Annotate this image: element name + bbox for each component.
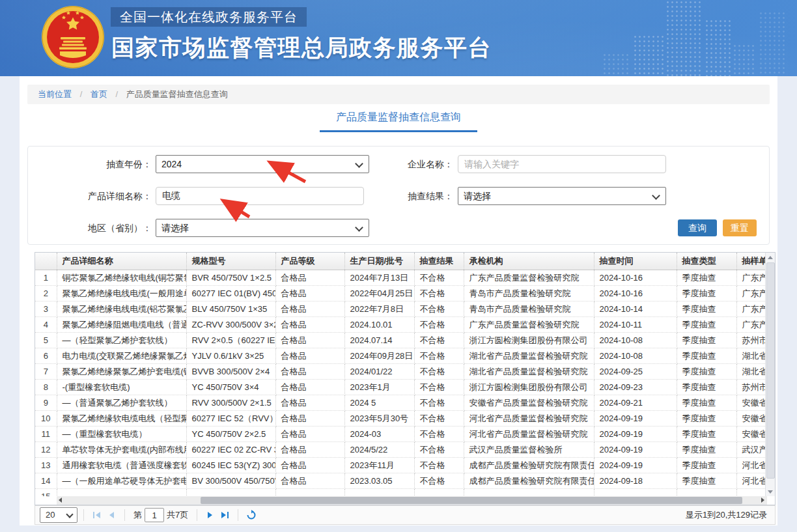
column-header-spec-model[interactable]: 规格型号	[186, 253, 275, 270]
table-row[interactable]: 9 —（普通聚氯乙烯护套软线） RVV 300/500V 2×1.5（6 合格品…	[35, 395, 766, 411]
divider	[197, 509, 197, 521]
region-select[interactable]: 请选择	[156, 219, 369, 237]
table-row[interactable]: 6 电力电缆(交联聚乙烯绝缘聚氯乙烯护 YJLV 0.6/1kV 3×25 合格…	[35, 348, 766, 364]
vertical-scrollbar[interactable]	[765, 253, 775, 496]
cell-inspection-time: 2024-09-19	[594, 427, 677, 442]
page-number-input[interactable]	[145, 508, 164, 522]
table-row[interactable]: 2 聚氯乙烯绝缘电线电缆(一般用途单芯 60277 IEC 01(BV) 450…	[35, 286, 766, 301]
triangle-left-icon	[59, 497, 62, 503]
national-emblem-logo	[40, 5, 105, 70]
cell-inspection-result: 不合格	[414, 301, 464, 317]
cell-testing-agency: 青岛市产品质量检验研究院	[464, 301, 594, 317]
table-row[interactable]: 14 —（一般用途单芯硬导体无护套电缆） BV 300/500V 450/750…	[35, 473, 766, 489]
breadcrumb-home-link[interactable]: 首页	[91, 89, 107, 99]
year-select[interactable]: 2024	[156, 155, 369, 173]
row-number: 4	[35, 317, 57, 333]
cell-production-date: 2023.03.05	[344, 473, 414, 489]
column-header-sampling-unit[interactable]: 抽样单位	[736, 253, 766, 270]
table-row[interactable]: 11 —（重型橡套软电缆） YC 450/750V 2×2.5 合格品 2024…	[35, 427, 766, 442]
first-page-button[interactable]	[90, 508, 104, 522]
tab-product-quality-query[interactable]: 产品质量监督抽查信息查询	[331, 111, 466, 132]
table-row[interactable]: 12 单芯软导体无护套电缆(内部布线用导 60227 IEC 02 ZC-RV …	[35, 442, 766, 458]
cell-inspection-result: 不合格	[414, 364, 464, 380]
building-silhouette	[665, 0, 702, 76]
cell-testing-agency: 浙江方圆检测集团股份有限公司	[464, 380, 594, 395]
cell-spec-model: YJLV 0.6/1kV 3×25	[186, 348, 275, 364]
cell-spec-model: RVV 300/500V 2×1.5（6	[186, 395, 275, 411]
scroll-down-button[interactable]	[766, 487, 775, 496]
refresh-icon	[246, 510, 257, 520]
last-page-button[interactable]	[217, 508, 232, 522]
column-header-inspection-result[interactable]: 抽查结果	[414, 253, 464, 270]
cell-production-date: 2023年11月	[344, 458, 414, 473]
cell-testing-agency	[464, 489, 594, 497]
cell-inspection-type: 季度抽查	[677, 442, 736, 458]
row-number: 11	[35, 427, 57, 442]
search-button[interactable]: 查询	[678, 219, 717, 236]
building-silhouette	[602, 53, 631, 76]
result-select[interactable]: 请选择	[458, 187, 666, 205]
refresh-button[interactable]	[244, 508, 259, 522]
result-select-value: 请选择	[464, 191, 491, 201]
horizontal-scrollbar-thumb[interactable]	[201, 497, 742, 504]
scroll-left-button[interactable]	[57, 496, 65, 505]
region-label: 地区（省别）：	[28, 219, 152, 237]
cell-inspection-time: 2024-10-08	[594, 333, 677, 348]
scroll-up-button[interactable]	[766, 253, 775, 262]
cell-inspection-time: 2024-09-21	[594, 395, 677, 411]
cell-product-name: 聚氯乙烯绝缘聚氯乙烯护套电缆(铜芯	[57, 364, 186, 380]
table-row[interactable]: 4 聚氯乙烯绝缘阻燃电缆电线（普通聚氯 ZC-RVV 300/500V 3×2.…	[35, 317, 766, 333]
cell-inspection-time: 2024-09-19	[594, 442, 677, 458]
cell-testing-agency: 浙江方圆检测集团股份有限公司	[464, 333, 594, 348]
cell-sampling-unit: 河北省产	[736, 473, 766, 489]
cell-testing-agency: 青岛市产品质量检验研究院	[464, 286, 594, 301]
table-row[interactable]: 1 铜芯聚氯乙烯绝缘软电线(铜芯聚氯乙烯 BVR 450/750V 1×2.5 …	[35, 270, 766, 286]
platform-subtitle: 全国一体化在线政务服务平台	[120, 10, 298, 24]
reset-button[interactable]: 重置	[723, 219, 757, 236]
column-header-inspection-type[interactable]: 抽查类型	[677, 253, 736, 270]
cell-inspection-type: 季度抽查	[677, 348, 736, 364]
page-size-value: 20	[46, 510, 55, 520]
previous-page-button[interactable]	[104, 508, 119, 522]
table-row[interactable]: 3 聚氯乙烯绝缘电线电缆(铝芯聚氯乙烯 BLV 450/750V 1×35 合格…	[35, 301, 766, 317]
next-page-button[interactable]	[203, 508, 217, 522]
column-header-testing-agency[interactable]: 承检机构	[464, 253, 594, 270]
cell-product-grade: 合格品	[275, 427, 344, 442]
query-form: 抽查年份： 2024 企业名称： 产品详细名称： 抽查结果： 请选择 地区（省别…	[27, 146, 770, 245]
cell-production-date: 2024.07.14	[344, 333, 414, 348]
first-page-icon	[92, 510, 102, 520]
cell-sampling-unit: 湖北省产	[736, 348, 766, 364]
row-number: 3	[35, 301, 57, 317]
table-row[interactable]: 5 —（轻型聚氯乙烯护套软线） RVV 2×0.5（60227 IEC 5 合格…	[35, 333, 766, 348]
vertical-scrollbar-thumb[interactable]	[766, 262, 775, 479]
cell-inspection-type: 季度抽查	[677, 411, 736, 427]
cell-spec-model: BVVB 300/500V 2×4	[186, 364, 275, 380]
scroll-right-button[interactable]	[759, 496, 767, 505]
cell-inspection-result: 不合格	[414, 458, 464, 473]
cell-testing-agency: 成都产品质量检验研究院有限责任公司	[464, 458, 594, 473]
cell-spec-model: 60245 IEC 53(YZ) 300/50	[186, 458, 275, 473]
table-row-partial[interactable]: 15	[35, 489, 766, 497]
cell-production-date: 2024-03	[344, 427, 414, 442]
cell-spec-model: BVR 450/750V 1×2.5	[186, 270, 275, 286]
table-row[interactable]: 10 聚氯乙烯绝缘软电缆电线（轻型聚氯乙 60277 IEC 52（RVV） 3…	[35, 411, 766, 427]
cell-product-grade: 合格品	[275, 473, 344, 489]
table-row[interactable]: 8 -(重型橡套软电缆) YC 450/750V 3×4 合格品 2023年1月…	[35, 380, 766, 395]
table-row[interactable]: 13 通用橡套软电缆（普通强度橡套软线） 60245 IEC 53(YZ) 30…	[35, 458, 766, 473]
cell-inspection-time: 2024-09-19	[594, 458, 677, 473]
cell-product-name: —（轻型聚氯乙烯护套软线）	[57, 333, 186, 348]
horizontal-scrollbar[interactable]	[57, 496, 767, 505]
cell-product-grade: 合格品	[275, 333, 344, 348]
table-row[interactable]: 7 聚氯乙烯绝缘聚氯乙烯护套电缆(铜芯 BVVB 300/500V 2×4 合格…	[35, 364, 766, 380]
row-number: 5	[35, 333, 57, 348]
column-header-production-date[interactable]: 生产日期/批号	[344, 253, 414, 270]
chevron-down-icon	[355, 160, 363, 168]
company-input[interactable]	[458, 155, 666, 173]
page-size-select[interactable]: 20	[40, 507, 77, 523]
column-header-product-name[interactable]: 产品详细名称	[57, 253, 186, 270]
column-header-inspection-time[interactable]: 抽查时间	[594, 253, 677, 270]
cell-product-grade: 合格品	[275, 286, 344, 301]
cell-inspection-type: 季度抽查	[677, 333, 736, 348]
column-header-product-grade[interactable]: 产品等级	[275, 253, 344, 270]
product-name-input[interactable]	[156, 187, 364, 205]
